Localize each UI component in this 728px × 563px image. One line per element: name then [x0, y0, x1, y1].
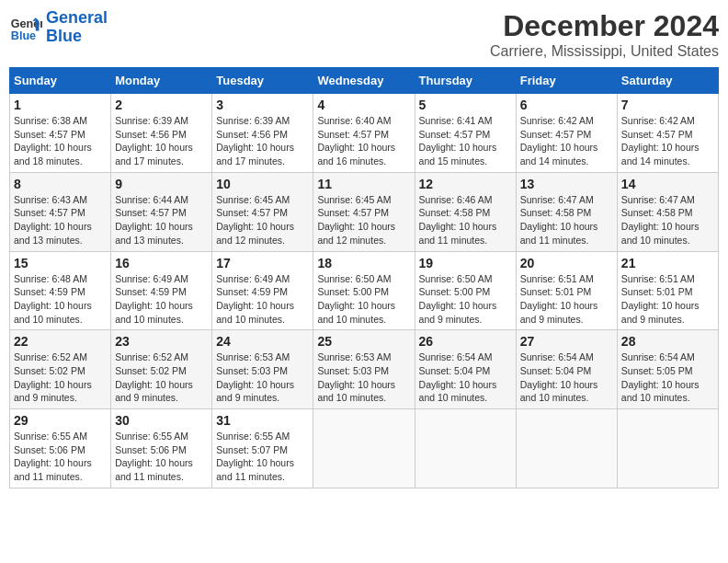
calendar-cell: 20Sunrise: 6:51 AMSunset: 5:01 PMDayligh…: [516, 251, 617, 330]
day-number: 14: [621, 177, 714, 191]
calendar-cell: 3Sunrise: 6:39 AMSunset: 4:56 PMDaylight…: [212, 94, 313, 173]
day-info: Sunrise: 6:49 AMSunset: 4:59 PMDaylight:…: [115, 272, 208, 327]
day-number: 16: [115, 256, 208, 270]
day-info: Sunrise: 6:55 AMSunset: 5:06 PMDaylight:…: [115, 430, 208, 484]
calendar-cell: [313, 409, 415, 488]
day-number: 17: [216, 256, 309, 270]
day-number: 23: [115, 334, 208, 349]
calendar-cell: 9Sunrise: 6:44 AMSunset: 4:57 PMDaylight…: [111, 172, 212, 251]
day-number: 28: [621, 334, 714, 349]
day-info: Sunrise: 6:49 AMSunset: 4:59 PMDaylight:…: [216, 272, 309, 327]
calendar-cell: 25Sunrise: 6:53 AMSunset: 5:03 PMDayligh…: [313, 330, 415, 409]
day-info: Sunrise: 6:42 AMSunset: 4:57 PMDaylight:…: [520, 114, 613, 168]
calendar-cell: 1Sunrise: 6:38 AMSunset: 4:57 PMDaylight…: [10, 94, 111, 173]
calendar-cell: 5Sunrise: 6:41 AMSunset: 4:57 PMDaylight…: [415, 94, 516, 173]
day-info: Sunrise: 6:39 AMSunset: 4:56 PMDaylight:…: [216, 114, 309, 168]
day-number: 3: [216, 98, 309, 112]
calendar-cell: [516, 409, 617, 488]
col-header-tuesday: Tuesday: [212, 68, 313, 94]
day-number: 15: [14, 256, 107, 270]
day-number: 9: [115, 177, 208, 191]
calendar-week-row: 8Sunrise: 6:43 AMSunset: 4:57 PMDaylight…: [10, 172, 719, 251]
calendar-week-row: 22Sunrise: 6:52 AMSunset: 5:02 PMDayligh…: [10, 330, 719, 409]
day-info: Sunrise: 6:48 AMSunset: 4:59 PMDaylight:…: [14, 272, 107, 327]
day-info: Sunrise: 6:55 AMSunset: 5:06 PMDaylight:…: [14, 430, 107, 484]
col-header-monday: Monday: [111, 68, 212, 94]
day-info: Sunrise: 6:53 AMSunset: 5:03 PMDaylight:…: [216, 350, 309, 405]
calendar-cell: [415, 409, 516, 488]
title-area: December 2024 Carriere, Mississippi, Uni…: [490, 9, 719, 60]
calendar-cell: 21Sunrise: 6:51 AMSunset: 5:01 PMDayligh…: [617, 251, 718, 330]
calendar-cell: 8Sunrise: 6:43 AMSunset: 4:57 PMDaylight…: [10, 172, 111, 251]
day-number: 20: [520, 256, 613, 270]
day-number: 13: [520, 177, 613, 191]
day-number: 30: [115, 413, 208, 428]
day-number: 29: [14, 413, 107, 428]
day-info: Sunrise: 6:52 AMSunset: 5:02 PMDaylight:…: [115, 350, 208, 405]
day-info: Sunrise: 6:51 AMSunset: 5:01 PMDaylight:…: [621, 272, 714, 327]
day-number: 2: [115, 98, 208, 112]
day-info: Sunrise: 6:55 AMSunset: 5:07 PMDaylight:…: [216, 430, 309, 484]
logo: General Blue General Blue: [9, 9, 108, 46]
day-number: 10: [216, 177, 309, 191]
day-info: Sunrise: 6:44 AMSunset: 4:57 PMDaylight:…: [115, 193, 208, 247]
svg-text:Blue: Blue: [11, 29, 36, 41]
day-info: Sunrise: 6:50 AMSunset: 5:00 PMDaylight:…: [419, 272, 512, 327]
logo-text-line2: Blue: [46, 28, 108, 46]
day-info: Sunrise: 6:50 AMSunset: 5:00 PMDaylight:…: [317, 272, 410, 327]
calendar-table: SundayMondayTuesdayWednesdayThursdayFrid…: [9, 67, 719, 488]
day-number: 11: [317, 177, 410, 191]
day-number: 5: [419, 98, 512, 112]
day-info: Sunrise: 6:45 AMSunset: 4:57 PMDaylight:…: [317, 193, 410, 247]
day-info: Sunrise: 6:38 AMSunset: 4:57 PMDaylight:…: [14, 114, 107, 168]
day-number: 26: [419, 334, 512, 349]
day-info: Sunrise: 6:45 AMSunset: 4:57 PMDaylight:…: [216, 193, 309, 247]
header: General Blue General Blue December 2024 …: [9, 9, 719, 60]
day-info: Sunrise: 6:47 AMSunset: 4:58 PMDaylight:…: [520, 193, 613, 247]
calendar-cell: 27Sunrise: 6:54 AMSunset: 5:04 PMDayligh…: [516, 330, 617, 409]
day-number: 6: [520, 98, 613, 112]
calendar-cell: [617, 409, 718, 488]
calendar-cell: 12Sunrise: 6:46 AMSunset: 4:58 PMDayligh…: [415, 172, 516, 251]
day-info: Sunrise: 6:54 AMSunset: 5:05 PMDaylight:…: [621, 350, 714, 405]
col-header-saturday: Saturday: [617, 68, 718, 94]
col-header-wednesday: Wednesday: [313, 68, 415, 94]
day-number: 19: [419, 256, 512, 270]
day-info: Sunrise: 6:52 AMSunset: 5:02 PMDaylight:…: [14, 350, 107, 405]
location-title: Carriere, Mississippi, United States: [490, 43, 719, 60]
day-info: Sunrise: 6:40 AMSunset: 4:57 PMDaylight:…: [317, 114, 410, 168]
calendar-cell: 23Sunrise: 6:52 AMSunset: 5:02 PMDayligh…: [111, 330, 212, 409]
calendar-week-row: 1Sunrise: 6:38 AMSunset: 4:57 PMDaylight…: [10, 94, 719, 173]
calendar-cell: 6Sunrise: 6:42 AMSunset: 4:57 PMDaylight…: [516, 94, 617, 173]
day-info: Sunrise: 6:43 AMSunset: 4:57 PMDaylight:…: [14, 193, 107, 247]
day-number: 12: [419, 177, 512, 191]
calendar-cell: 26Sunrise: 6:54 AMSunset: 5:04 PMDayligh…: [415, 330, 516, 409]
day-number: 18: [317, 256, 410, 270]
day-number: 24: [216, 334, 309, 349]
calendar-header-row: SundayMondayTuesdayWednesdayThursdayFrid…: [10, 68, 719, 94]
calendar-cell: 15Sunrise: 6:48 AMSunset: 4:59 PMDayligh…: [10, 251, 111, 330]
calendar-cell: 11Sunrise: 6:45 AMSunset: 4:57 PMDayligh…: [313, 172, 415, 251]
col-header-thursday: Thursday: [415, 68, 516, 94]
calendar-cell: 31Sunrise: 6:55 AMSunset: 5:07 PMDayligh…: [212, 409, 313, 488]
calendar-cell: 13Sunrise: 6:47 AMSunset: 4:58 PMDayligh…: [516, 172, 617, 251]
calendar-cell: 2Sunrise: 6:39 AMSunset: 4:56 PMDaylight…: [111, 94, 212, 173]
calendar-cell: 17Sunrise: 6:49 AMSunset: 4:59 PMDayligh…: [212, 251, 313, 330]
calendar-cell: 19Sunrise: 6:50 AMSunset: 5:00 PMDayligh…: [415, 251, 516, 330]
day-number: 4: [317, 98, 410, 112]
calendar-cell: 24Sunrise: 6:53 AMSunset: 5:03 PMDayligh…: [212, 330, 313, 409]
day-number: 8: [14, 177, 107, 191]
calendar-cell: 18Sunrise: 6:50 AMSunset: 5:00 PMDayligh…: [313, 251, 415, 330]
calendar-cell: 16Sunrise: 6:49 AMSunset: 4:59 PMDayligh…: [111, 251, 212, 330]
day-number: 25: [317, 334, 410, 349]
calendar-cell: 30Sunrise: 6:55 AMSunset: 5:06 PMDayligh…: [111, 409, 212, 488]
day-info: Sunrise: 6:53 AMSunset: 5:03 PMDaylight:…: [317, 350, 410, 405]
day-number: 31: [216, 413, 309, 428]
day-info: Sunrise: 6:41 AMSunset: 4:57 PMDaylight:…: [419, 114, 512, 168]
calendar-cell: 7Sunrise: 6:42 AMSunset: 4:57 PMDaylight…: [617, 94, 718, 173]
day-info: Sunrise: 6:46 AMSunset: 4:58 PMDaylight:…: [419, 193, 512, 247]
logo-text-line1: General: [46, 9, 108, 28]
col-header-sunday: Sunday: [10, 68, 111, 94]
day-number: 1: [14, 98, 107, 112]
calendar-cell: 4Sunrise: 6:40 AMSunset: 4:57 PMDaylight…: [313, 94, 415, 173]
